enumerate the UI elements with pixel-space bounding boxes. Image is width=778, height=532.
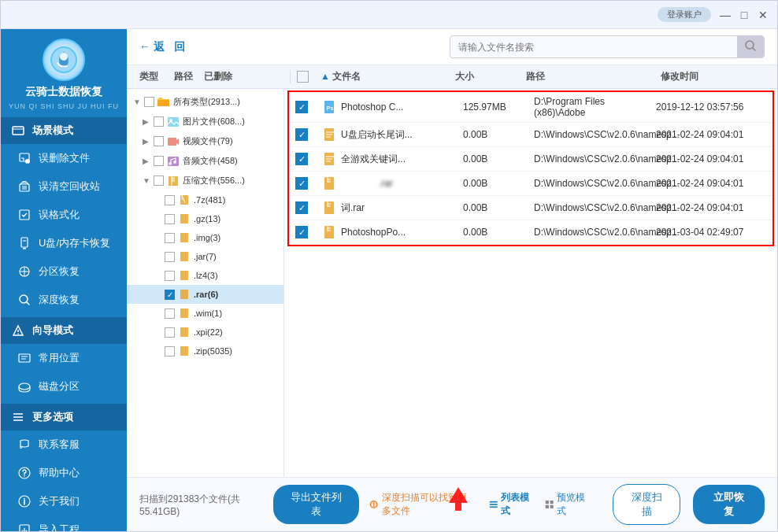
tree-checkbox-audio[interactable] [154, 156, 164, 166]
sidebar-item-usb[interactable]: U盘/内存卡恢复 [1, 229, 127, 257]
file-list-area: ✓ Ps Photoshop C... 125.97MB D:\Program … [284, 89, 777, 477]
file-icon-2 [322, 127, 338, 142]
tree-checkbox-jar[interactable] [165, 252, 175, 262]
tree-checkbox-all[interactable] [144, 97, 154, 107]
tree-item-audio[interactable]: ▶ 音频文件(458) [127, 151, 283, 171]
deep-scan-button[interactable]: 深度扫描 [613, 484, 680, 525]
sidebar-item-format[interactable]: 误格式化 [1, 201, 127, 229]
tree-checkbox-image[interactable] [154, 116, 164, 127]
tree-checkbox-lz4[interactable] [165, 271, 175, 281]
back-button[interactable]: ← 返 [139, 40, 165, 54]
file-path-4: D:\Windows\CSC\v2.0.6\namesp... [534, 178, 656, 189]
partition-label: 分区恢复 [39, 264, 80, 279]
tree-checkbox-wim[interactable] [165, 308, 175, 319]
sidebar-section-more[interactable]: 更多选项 [1, 404, 127, 430]
sidebar-section-scene[interactable]: 场景模式 [1, 117, 127, 144]
export-button[interactable]: 导出文件列表 [273, 485, 359, 524]
minimize-button[interactable]: — [717, 7, 733, 23]
main-layout: 云骑士数据恢复 YUN QI SHI SHU JU HUI FU 场景模式 - … [1, 29, 777, 531]
file-size-6: 0.00B [463, 227, 534, 238]
file-checkbox-1[interactable]: ✓ [295, 101, 308, 113]
file-checkbox-5[interactable]: ✓ [295, 201, 308, 214]
tree-item-jar[interactable]: .jar(7) [127, 247, 283, 266]
sidebar-logo: 云骑士数据恢复 YUN QI SHI SHU JU HUI FU [1, 29, 127, 117]
sidebar-item-help[interactable]: 帮助中心 [1, 459, 127, 487]
search-input[interactable] [450, 38, 737, 57]
tree-item-zip[interactable]: .zip(5035) [127, 342, 283, 360]
footer: 扫描到291383个文件(共55.41GB) 导出文件列表 深度扫描可以找到更多… [127, 477, 777, 531]
user-area[interactable]: 登录账户 [658, 7, 711, 22]
svg-rect-23 [168, 117, 179, 127]
tree-item-gz[interactable]: .gz(13) [127, 209, 283, 228]
search-button[interactable] [737, 36, 764, 57]
table-row[interactable]: ✓ PhotoshopPo... 0.00B D:\Windows\CSC\v2… [289, 220, 772, 245]
file-name-2: U盘启动长尾词... [341, 128, 463, 142]
file-checkbox-4[interactable]: ✓ [295, 177, 308, 190]
svg-rect-2 [13, 127, 24, 135]
svg-rect-25 [168, 138, 176, 146]
header-path-col: 路径 [174, 70, 193, 83]
sidebar-item-about[interactable]: 关于我们 [1, 487, 127, 515]
header-name[interactable]: ▲ 文件名 [320, 70, 455, 83]
svg-point-14 [17, 333, 19, 334]
table-row[interactable]: ✓ 词.rar 0.00B D:\Windows\CSC\v2.0.6\name… [289, 196, 772, 220]
file-checkbox-6[interactable]: ✓ [295, 226, 308, 238]
sidebar-item-partition[interactable]: 分区恢复 [1, 257, 127, 286]
file-list-body: ✓ Ps Photoshop C... 125.97MB D:\Program … [284, 89, 777, 477]
sidebar-item-contact[interactable]: 联系客服 [1, 430, 127, 459]
table-row[interactable]: ✓ Ps Photoshop C... 125.97MB D:\Program … [289, 92, 772, 123]
svg-rect-43 [324, 177, 334, 190]
header-size: 大小 [455, 70, 526, 83]
table-row[interactable]: ✓ 全游戏关键词... 0.00B D:\Windows\CSC\v2.0.6\… [289, 147, 772, 172]
svg-rect-36 [180, 308, 188, 318]
sidebar-item-recycle[interactable]: 误清空回收站 [1, 172, 127, 201]
maximize-button[interactable]: □ [736, 7, 752, 23]
file-size-1: 125.97MB [463, 102, 534, 113]
scan-info: 扫描到291383个文件(共55.41GB) [139, 493, 264, 517]
tree-item-xpi[interactable]: .xpi(22) [127, 323, 283, 342]
preview-view-button[interactable]: 预览模式 [545, 491, 588, 518]
list-view-button[interactable]: 列表模式 [489, 491, 532, 518]
tree-checkbox-zip[interactable] [165, 346, 175, 357]
tree-checkbox-7z[interactable] [165, 195, 175, 205]
sidebar-item-common[interactable]: 常用位置 [1, 344, 127, 372]
svg-rect-9 [23, 248, 26, 249]
about-icon [17, 493, 32, 509]
file-checkbox-2[interactable]: ✓ [295, 128, 308, 141]
tree-item-7z[interactable]: .7z(481) [127, 190, 283, 209]
close-button[interactable]: ✕ [755, 7, 771, 23]
tree-checkbox-xpi[interactable] [165, 327, 175, 338]
sidebar-item-disk[interactable]: 磁盘分区 [1, 372, 127, 401]
forward-button[interactable]: 回 [174, 40, 185, 54]
tree-item-compress[interactable]: ▼ 压缩文件(556...) [127, 171, 283, 190]
svg-point-27 [169, 162, 172, 165]
sidebar-item-import[interactable]: 导入工程 [1, 515, 127, 531]
tree-item-img[interactable]: .img(3) [127, 228, 283, 247]
sidebar-item-deleted[interactable]: - 误删除文件 [1, 144, 127, 172]
tree-item-lz4[interactable]: .lz4(3) [127, 266, 283, 285]
tree-item-image[interactable]: ▶ 图片文件(608...) [127, 112, 283, 131]
tree-item-rar[interactable]: ✓ .rar(6) [127, 285, 283, 304]
file-mtime-3: 2021-02-24 09:04:01 [656, 153, 766, 164]
sidebar-item-deep[interactable]: 深度恢复 [1, 286, 127, 314]
app-icon [43, 39, 85, 81]
recover-button[interactable]: 立即恢复 [693, 485, 765, 524]
tree-item-all[interactable]: ▼ 所有类型(2913...) [127, 92, 283, 112]
svg-rect-32 [180, 233, 188, 242]
svg-text:Ps: Ps [327, 105, 334, 111]
svg-rect-31 [180, 214, 188, 224]
tree-checkbox-video[interactable] [154, 136, 164, 146]
tree-checkbox-gz[interactable] [165, 214, 175, 224]
import-icon [17, 522, 32, 531]
sidebar-section-wizard[interactable]: 向导模式 [1, 317, 127, 344]
tree-checkbox-compress[interactable] [154, 175, 164, 186]
tree-checkbox-img[interactable] [165, 233, 175, 243]
table-row[interactable]: ✓ .rar 0.00B D:\Windows\CSC\v2.0.6\names… [289, 172, 772, 196]
tree-item-video[interactable]: ▶ 视频文件(79) [127, 131, 283, 151]
svg-rect-10 [23, 240, 26, 242]
file-checkbox-3[interactable]: ✓ [295, 153, 308, 165]
tree-checkbox-rar[interactable]: ✓ [165, 290, 175, 300]
table-row[interactable]: ✓ U盘启动长尾词... 0.00B D:\Windows\CSC\v2.0.6… [289, 123, 772, 147]
file-name-3: 全游戏关键词... [341, 153, 463, 166]
tree-item-wim[interactable]: .wim(1) [127, 304, 283, 323]
